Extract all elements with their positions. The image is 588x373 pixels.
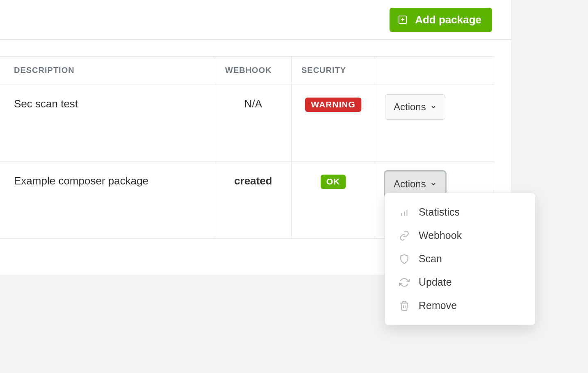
chevron-down-icon bbox=[430, 104, 437, 110]
dropdown-item-label: Update bbox=[419, 276, 452, 288]
cell-description: Example composer package bbox=[0, 161, 215, 239]
refresh-icon bbox=[399, 277, 410, 288]
cell-description: Sec scan test bbox=[0, 84, 215, 161]
dropdown-item-label: Scan bbox=[419, 253, 442, 265]
dropdown-item-label: Webhook bbox=[419, 230, 462, 241]
cell-webhook: created bbox=[215, 161, 292, 239]
header-webhook: WEBHOOK bbox=[215, 57, 292, 84]
link-icon bbox=[399, 230, 410, 241]
cell-security: WARNING bbox=[292, 84, 375, 161]
chevron-down-icon bbox=[430, 181, 437, 187]
toolbar: Add package bbox=[0, 0, 511, 39]
bar-chart-icon bbox=[399, 207, 410, 218]
cell-security: OK bbox=[292, 161, 375, 239]
dropdown-item-statistics[interactable]: Statistics bbox=[385, 200, 535, 224]
content-panel: Add package DESCRIPTION WEBHOOK SECURITY… bbox=[0, 0, 511, 275]
actions-button-label: Actions bbox=[394, 178, 426, 190]
dropdown-item-update[interactable]: Update bbox=[385, 271, 535, 294]
plus-square-icon bbox=[398, 15, 408, 25]
cell-actions: Actions bbox=[375, 84, 494, 161]
header-security: SECURITY bbox=[292, 57, 375, 84]
shield-icon bbox=[399, 254, 410, 264]
cell-webhook: N/A bbox=[215, 84, 292, 161]
dropdown-item-label: Remove bbox=[419, 300, 457, 312]
table-row: Sec scan testN/AWARNINGActions bbox=[0, 84, 494, 161]
trash-icon bbox=[399, 300, 410, 311]
add-package-label: Add package bbox=[415, 14, 481, 26]
dropdown-item-webhook[interactable]: Webhook bbox=[385, 224, 535, 247]
security-badge: WARNING bbox=[305, 98, 361, 112]
actions-button[interactable]: Actions bbox=[385, 94, 445, 120]
dropdown-item-label: Statistics bbox=[419, 206, 460, 218]
actions-dropdown: StatisticsWebhookScanUpdateRemove bbox=[385, 193, 536, 325]
dropdown-item-scan[interactable]: Scan bbox=[385, 247, 535, 271]
dropdown-item-remove[interactable]: Remove bbox=[385, 294, 535, 317]
header-description: DESCRIPTION bbox=[0, 57, 215, 84]
divider bbox=[0, 39, 511, 40]
header-actions bbox=[375, 57, 494, 84]
add-package-button[interactable]: Add package bbox=[390, 8, 492, 32]
actions-button-label: Actions bbox=[394, 101, 426, 113]
security-badge: OK bbox=[321, 175, 346, 189]
